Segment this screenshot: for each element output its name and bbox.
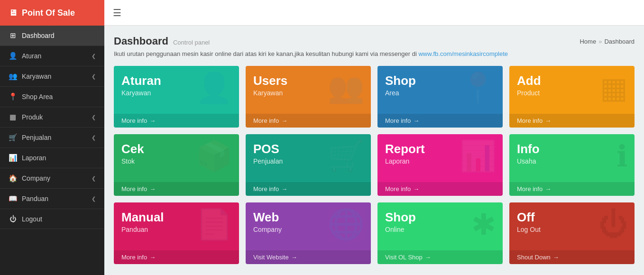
nav-arrow-produk: ❮ bbox=[92, 114, 96, 120]
card-arrow-add bbox=[545, 117, 551, 124]
card-body-off: Off Log Out ⏻ bbox=[509, 202, 635, 250]
nav-item-left: 📖 Panduan bbox=[9, 194, 48, 203]
dashboard-grid: Aturan Karyawan 👤 More info Users Karyaw… bbox=[114, 66, 635, 264]
nav-label-company: Company bbox=[22, 174, 50, 182]
card-body-cek: Cek Stok 📦 bbox=[114, 134, 239, 182]
card-footer-shop-online[interactable]: Visit OL Shop bbox=[377, 250, 503, 264]
card-footer-users[interactable]: More info bbox=[246, 114, 371, 128]
nav-icon-logout: ⏻ bbox=[9, 215, 17, 223]
nav-item-left: 📍 Shop Area bbox=[9, 92, 53, 101]
card-aturan[interactable]: Aturan Karyawan 👤 More info bbox=[114, 66, 239, 128]
nav-label-aturan: Aturan bbox=[22, 52, 41, 60]
card-arrow-manual bbox=[149, 254, 156, 261]
card-arrow-aturan bbox=[149, 117, 156, 124]
card-sub-cek: Stok bbox=[121, 157, 231, 165]
sidebar: 🖥 Point Of Sale ⊞ Dashboard 👤 Aturan ❮ 👥… bbox=[0, 0, 104, 275]
card-footer-label-report: More info bbox=[385, 185, 411, 192]
nav-icon-company: 🏠 bbox=[9, 174, 17, 183]
card-sub-web: Company bbox=[253, 226, 363, 233]
nav-icon-aturan: 👤 bbox=[9, 52, 17, 60]
card-sub-shop: Area bbox=[385, 89, 495, 97]
card-title-report: Report bbox=[385, 142, 495, 156]
nav-icon-dashboard: ⊞ bbox=[9, 31, 17, 40]
card-arrow-info bbox=[545, 185, 551, 192]
card-web[interactable]: Web Company 🌐 Visit Website bbox=[246, 202, 371, 264]
nav-icon-karyawan: 👥 bbox=[9, 72, 17, 81]
card-off[interactable]: Off Log Out ⏻ Shout Down bbox=[509, 202, 635, 264]
logo-icon: 🖥 bbox=[9, 8, 17, 18]
card-footer-shop[interactable]: More info bbox=[377, 114, 503, 128]
card-title-shop-online: Shop bbox=[385, 210, 495, 225]
card-title-pos: POS bbox=[253, 142, 363, 156]
nav-arrow-panduan: ❮ bbox=[92, 196, 96, 202]
card-sub-report: Laporan bbox=[385, 157, 495, 165]
card-footer-cek[interactable]: More info bbox=[114, 182, 239, 196]
card-sub-add: Product bbox=[517, 89, 627, 97]
card-title-aturan: Aturan bbox=[121, 73, 231, 88]
sidebar-item-logout[interactable]: ⏻ Logout bbox=[0, 209, 104, 229]
card-footer-pos[interactable]: More info bbox=[246, 182, 371, 196]
nav-arrow-karyawan: ❮ bbox=[92, 73, 96, 80]
card-footer-label-pos: More info bbox=[253, 185, 279, 192]
sidebar-nav: ⊞ Dashboard 👤 Aturan ❮ 👥 Karyawan ❮ 📍 Sh… bbox=[0, 26, 104, 275]
card-cek[interactable]: Cek Stok 📦 More info bbox=[114, 134, 239, 196]
card-shop[interactable]: Shop Area 📍 More info bbox=[377, 66, 503, 128]
card-info[interactable]: Info Usaha ℹ More info bbox=[509, 134, 635, 196]
sidebar-item-panduan[interactable]: 📖 Panduan ❮ bbox=[0, 189, 104, 209]
card-sub-off: Log Out bbox=[517, 226, 627, 233]
nav-icon-penjualan: 🛒 bbox=[9, 133, 17, 142]
card-sub-shop-online: Online bbox=[385, 226, 495, 233]
sidebar-item-laporan[interactable]: 📊 Laporan bbox=[0, 148, 104, 168]
sidebar-item-penjualan[interactable]: 🛒 Penjualan ❮ bbox=[0, 128, 104, 148]
card-footer-label-shop-online: Visit OL Shop bbox=[385, 254, 423, 261]
card-body-shop-online: Shop Online ✱ bbox=[377, 202, 503, 250]
card-footer-info[interactable]: More info bbox=[509, 182, 635, 196]
main-area: ☰ Dashboard Control panel Home » Dashboa… bbox=[104, 0, 644, 275]
card-arrow-users bbox=[281, 117, 287, 124]
card-report[interactable]: Report Laporan 📊 More info bbox=[377, 134, 503, 196]
sidebar-item-karyawan[interactable]: 👥 Karyawan ❮ bbox=[0, 66, 104, 87]
nav-item-left: 👤 Aturan bbox=[9, 52, 41, 60]
card-manual[interactable]: Manual Panduan 📄 More info bbox=[114, 202, 239, 264]
nav-label-produk: Produk bbox=[22, 113, 43, 121]
info-link[interactable]: www.fb.com/mesinkasircomplete bbox=[418, 50, 508, 57]
sidebar-item-dashboard[interactable]: ⊞ Dashboard bbox=[0, 26, 104, 46]
card-body-pos: POS Penjualan 🛒 bbox=[246, 134, 371, 182]
card-arrow-cek bbox=[149, 185, 156, 192]
nav-arrow-penjualan: ❮ bbox=[92, 135, 96, 141]
card-footer-manual[interactable]: More info bbox=[114, 250, 239, 264]
card-footer-web[interactable]: Visit Website bbox=[246, 250, 371, 264]
breadcrumb-sep: » bbox=[598, 38, 602, 45]
card-footer-off[interactable]: Shout Down bbox=[509, 250, 635, 264]
app-title: Point Of Sale bbox=[22, 8, 75, 18]
card-add[interactable]: Add Product ▦ More info bbox=[509, 66, 635, 128]
card-body-web: Web Company 🌐 bbox=[246, 202, 371, 250]
card-sub-aturan: Karyawan bbox=[121, 89, 231, 97]
nav-label-dashboard: Dashboard bbox=[22, 32, 55, 39]
hamburger-button[interactable]: ☰ bbox=[113, 7, 121, 18]
card-title-manual: Manual bbox=[121, 210, 231, 225]
card-footer-label-shop: More info bbox=[385, 117, 411, 124]
card-title-web: Web bbox=[253, 210, 363, 225]
card-footer-add[interactable]: More info bbox=[509, 114, 635, 128]
card-arrow-report bbox=[413, 185, 419, 192]
card-footer-report[interactable]: More info bbox=[377, 182, 503, 196]
card-shop-online[interactable]: Shop Online ✱ Visit OL Shop bbox=[377, 202, 503, 264]
sidebar-item-shop-area[interactable]: 📍 Shop Area bbox=[0, 87, 104, 107]
card-title-add: Add bbox=[517, 73, 627, 88]
breadcrumb: Home » Dashboard bbox=[580, 38, 635, 45]
card-users[interactable]: Users Karyawan 👥 More info bbox=[246, 66, 371, 128]
card-pos[interactable]: POS Penjualan 🛒 More info bbox=[246, 134, 371, 196]
card-arrow-off bbox=[553, 254, 559, 261]
card-arrow-shop-online bbox=[425, 254, 431, 261]
card-sub-pos: Penjualan bbox=[253, 157, 363, 165]
sidebar-item-aturan[interactable]: 👤 Aturan ❮ bbox=[0, 46, 104, 66]
sidebar-item-company[interactable]: 🏠 Company ❮ bbox=[0, 168, 104, 189]
card-title-shop: Shop bbox=[385, 73, 495, 88]
page-subtitle: Control panel bbox=[173, 39, 210, 46]
card-footer-aturan[interactable]: More info bbox=[114, 114, 239, 128]
nav-item-left: 📊 Laporan bbox=[9, 154, 46, 162]
app-logo: 🖥 Point Of Sale bbox=[0, 0, 104, 26]
page-header: Dashboard Control panel Home » Dashboard bbox=[114, 35, 635, 47]
sidebar-item-produk[interactable]: ▦ Produk ❮ bbox=[0, 107, 104, 128]
